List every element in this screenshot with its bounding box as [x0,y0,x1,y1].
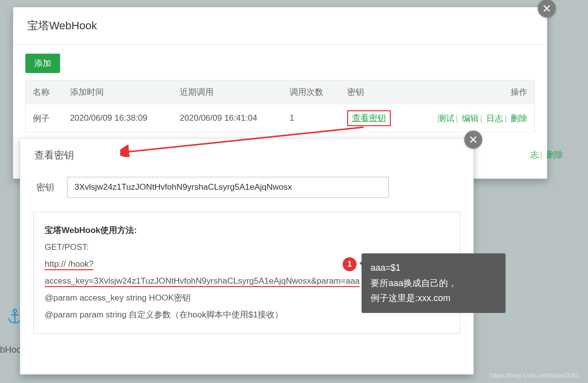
callout-line1: aaa=$1 [370,260,497,276]
callout-number: 1 [343,257,357,271]
cell-last-call: 2020/06/09 16:41:04 [173,104,283,133]
op-delete[interactable]: 删除 [511,114,527,123]
th-last-call: 近期调用 [173,80,283,104]
cell-ops: 测试| 编辑| 日志| 删除 [409,104,535,133]
key-field[interactable] [67,177,389,198]
close-icon[interactable] [464,131,482,149]
svg-point-0 [13,309,17,313]
th-count: 调用次数 [283,80,340,104]
usage-title: 宝塔WebHook使用方法: [45,222,449,239]
usage-url-line2: access_key=3Xvlsjw24z1TuzJONtHvfohN9yrsh… [45,276,360,287]
row2-ops: 志| 删除 [530,149,563,160]
inner-modal-title: 查看密钥 [20,139,473,171]
cell-add-time: 2020/06/09 16:38:09 [63,104,173,133]
callout-line3: 例子这里是:xxx.com [370,291,497,306]
cell-name: 例子 [26,104,63,133]
add-button[interactable]: 添加 [25,54,60,73]
view-key-link[interactable]: 查看密钥 [347,110,391,126]
cell-count: 1 [283,104,340,133]
callout-box: aaa=$1 要所aaa换成自己的， 例子这里是:xxx.com [362,253,506,313]
op-test[interactable]: 测试 [438,114,454,123]
cell-key: 查看密钥 [340,104,409,133]
webhook-table: 名称 添加时间 近期调用 调用次数 密钥 操作 例子 2020/06/09 16… [25,80,535,133]
usage-url-line1: http:// /hook? [45,259,93,270]
watermark: https://blog.csdn.net/baibc0083 [490,372,579,379]
op-delete-2[interactable]: 删除 [546,150,563,159]
th-name: 名称 [26,80,63,104]
table-row: 例子 2020/06/09 16:38:09 2020/06/09 16:41:… [26,104,535,133]
op-log-partial[interactable]: 志 [530,150,539,159]
callout-line2: 要所aaa换成自己的， [370,276,497,291]
modal-title: 宝塔WebHook [13,7,547,45]
key-label: 密钥 [36,181,58,193]
annotation-callout: 1 aaa=$1 要所aaa换成自己的， 例子这里是:xxx.com [343,253,506,313]
op-edit[interactable]: 编辑 [462,114,479,123]
th-ops: 操作 [409,80,535,104]
op-log[interactable]: 日志 [486,114,503,123]
th-key: 密钥 [340,80,409,104]
close-icon[interactable] [538,0,556,17]
th-add-time: 添加时间 [63,80,173,104]
